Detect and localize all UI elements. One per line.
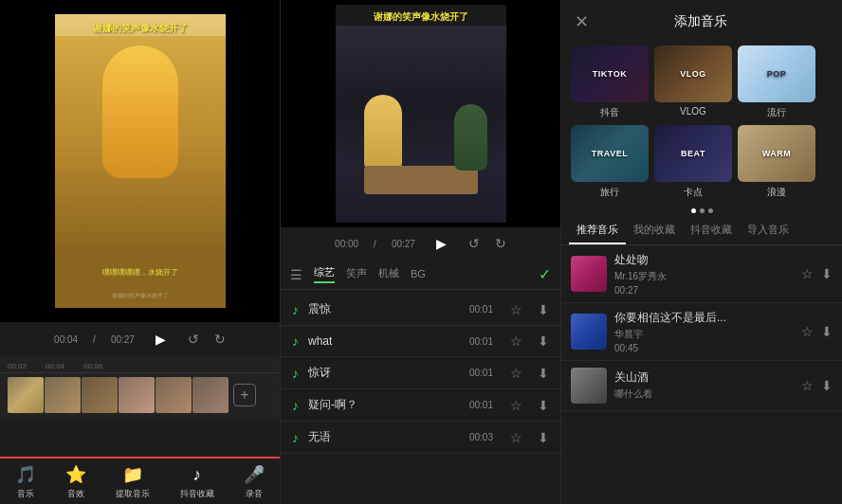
sfx-fav-icon[interactable]: ☆ [510, 430, 522, 445]
sfx-item-name: 震惊 [308, 301, 460, 317]
add-music-panel: ✕ 添加音乐 TIKTOK 抖音 VLOG VLOG POP 流行 TRAVEL [561, 0, 842, 504]
cat-tiktok[interactable]: TIKTOK 抖音 [571, 45, 649, 119]
p3-close-button[interactable]: ✕ [575, 11, 589, 32]
add-clip-button[interactable]: + [233, 384, 256, 406]
music-fav-1[interactable]: ☆ [801, 266, 814, 281]
music-list: 处处吻 Mr.16罗秀永 00:27 ☆ ⬇ 你要相信这不是最后... 华晨宇 … [561, 245, 842, 504]
toolbar-douyin[interactable]: ♪ 抖音收藏 [180, 465, 214, 500]
cat-travel-name: 旅行 [600, 186, 619, 199]
sfx-item-jingya[interactable]: ♪ 惊讶 00:01 ☆ ⬇ [281, 357, 560, 389]
sfx-dl-icon[interactable]: ⬇ [538, 333, 549, 349]
music-actions-2: ☆ ⬇ [801, 324, 833, 339]
music-name-2: 你要相信这不是最后... [614, 310, 794, 326]
sfx-item-zhenjing[interactable]: ♪ 震惊 00:01 ☆ ⬇ [281, 294, 560, 326]
sfx-label: 音效 [67, 488, 84, 500]
sfx-tab-laugh[interactable]: 笑声 [346, 266, 367, 282]
current-time: 00:04 [54, 334, 78, 345]
page-dot-3[interactable] [708, 208, 713, 213]
p2-redo-button[interactable]: ↻ [495, 236, 506, 251]
ruler-mark-2: 00:04 [46, 362, 64, 370]
sfx-tab-bg[interactable]: BG [411, 268, 426, 281]
redo-button[interactable]: ↻ [214, 332, 226, 347]
toolbar-music[interactable]: 🎵 音乐 [15, 464, 36, 500]
film-frame [8, 377, 44, 413]
music-tabs-row: 推荐音乐 我的收藏 抖音收藏 导入音乐 [561, 217, 842, 245]
play-button[interactable]: ▶ [150, 328, 173, 351]
sfx-item-dur: 00:01 [469, 368, 493, 378]
toolbar-extract[interactable]: 📁 提取音乐 [116, 464, 150, 500]
music-tab-douyin[interactable]: 抖音收藏 [683, 217, 740, 244]
timeline-ruler: 00:02 00:04 00:06 [0, 360, 280, 373]
sfx-note-icon: ♪ [292, 430, 299, 445]
film-frame [45, 377, 81, 413]
sfx-note-icon: ♪ [292, 366, 299, 381]
undo-button[interactable]: ↺ [188, 332, 199, 347]
music-dl-2[interactable]: ⬇ [821, 324, 833, 339]
sfx-item-dur: 00:03 [469, 432, 493, 442]
cat-travel[interactable]: TRAVEL 旅行 [571, 125, 649, 199]
music-info-3: 关山酒 哪什么着 [614, 369, 794, 403]
sfx-dl-icon[interactable]: ⬇ [538, 398, 549, 413]
music-item-3[interactable]: 关山酒 哪什么着 ☆ ⬇ [561, 361, 842, 411]
sfx-confirm-button[interactable]: ✓ [539, 265, 551, 283]
cat-pop[interactable]: POP 流行 [738, 45, 815, 119]
music-info-1: 处处吻 Mr.16罗秀永 00:27 [614, 252, 794, 296]
music-categories-grid: TIKTOK 抖音 VLOG VLOG POP 流行 TRAVEL 旅行 BEA… [561, 40, 842, 205]
music-item-1[interactable]: 处处吻 Mr.16罗秀永 00:27 ☆ ⬇ [561, 245, 842, 303]
p2-person2 [454, 104, 487, 171]
sfx-fav-icon[interactable]: ☆ [510, 333, 522, 349]
p2-undo-button[interactable]: ↺ [468, 236, 480, 251]
p2-play-button[interactable]: ▶ [430, 232, 453, 255]
sfx-dl-icon[interactable]: ⬇ [538, 430, 549, 445]
cat-vlog[interactable]: VLOG VLOG [654, 45, 732, 119]
page-dot-1[interactable] [691, 208, 696, 213]
cat-travel-thumb: TRAVEL [571, 125, 649, 182]
music-fav-2[interactable]: ☆ [801, 324, 814, 339]
sfx-tab-variety[interactable]: 综艺 [314, 265, 335, 283]
sfx-fav-icon[interactable]: ☆ [510, 366, 522, 381]
cat-warm[interactable]: WARM 浪漫 [738, 125, 815, 199]
playback-controls: 00:04 / 00:27 ▶ ↺ ↻ [0, 322, 280, 356]
music-name-1: 处处吻 [614, 252, 794, 268]
music-dl-1[interactable]: ⬇ [821, 266, 833, 281]
sfx-tab-mech[interactable]: 机械 [378, 266, 399, 282]
p2-playback-controls: 00:00 / 00:27 ▶ ↺ ↻ [281, 227, 560, 260]
cat-tiktok-label: TIKTOK [593, 69, 627, 79]
p2-video-preview: 谢娜的笑声像水烧开了 [281, 0, 560, 227]
page-dot-2[interactable] [700, 208, 705, 213]
sfx-item-dur: 00:01 [469, 336, 493, 347]
douyin-icon: ♪ [192, 465, 201, 485]
sfx-dl-icon[interactable]: ⬇ [538, 366, 549, 381]
toolbar-record[interactable]: 🎤 录音 [244, 464, 265, 500]
toolbar-sfx[interactable]: ⭐ 音效 [65, 464, 86, 500]
sfx-fav-icon[interactable]: ☆ [510, 398, 522, 413]
cat-warm-label: WARM [762, 149, 792, 158]
video-editor-panel: 谢娜的笑声像水烧开了 嘿嘿嘿嘿嘿，水烧开了 谢娜的笑声像水烧开了 00:04 /… [0, 0, 281, 504]
sfx-item-yiwen[interactable]: ♪ 疑问-啊？ 00:01 ☆ ⬇ [281, 389, 560, 422]
music-tab-favorites[interactable]: 我的收藏 [626, 217, 683, 244]
music-duration-2: 00:45 [614, 343, 794, 353]
music-tab-recommended[interactable]: 推荐音乐 [569, 217, 626, 244]
music-item-2[interactable]: 你要相信这不是最后... 华晨宇 00:45 ☆ ⬇ [561, 303, 842, 361]
person-figure [102, 45, 178, 178]
music-fav-3[interactable]: ☆ [801, 378, 814, 393]
music-artist-3: 哪什么着 [614, 387, 794, 401]
cat-beat[interactable]: BEAT 卡点 [654, 125, 732, 199]
music-duration-1: 00:27 [614, 285, 794, 296]
sfx-note-icon: ♪ [292, 333, 299, 349]
p2-total-time: 00:27 [392, 239, 415, 249]
sfx-list-icon: ☰ [290, 267, 302, 282]
sfx-item-what[interactable]: ♪ what 00:01 ☆ ⬇ [281, 326, 560, 357]
sfx-fav-icon[interactable]: ☆ [510, 302, 522, 317]
sfx-item-wuyu[interactable]: ♪ 无语 00:03 ☆ ⬇ [281, 422, 560, 454]
p3-header-title: 添加音乐 [589, 13, 812, 30]
music-dl-3[interactable]: ⬇ [821, 378, 833, 393]
ruler-mark-3: 00:06 [83, 362, 102, 370]
sfx-dl-icon[interactable]: ⬇ [538, 302, 549, 317]
video-preview-area: 谢娜的笑声像水烧开了 嘿嘿嘿嘿嘿，水烧开了 谢娜的笑声像水烧开了 [0, 0, 280, 322]
sfx-icon: ⭐ [65, 464, 86, 485]
time-separator: / [93, 334, 96, 345]
cat-vlog-thumb: VLOG [654, 45, 732, 102]
total-time: 00:27 [111, 334, 135, 345]
music-tab-import[interactable]: 导入音乐 [740, 217, 796, 244]
